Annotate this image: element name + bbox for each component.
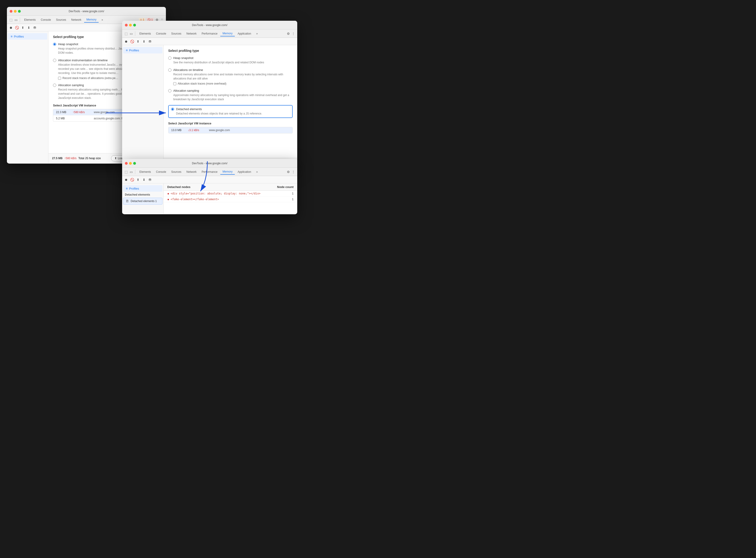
- minimize-button-2[interactable]: [129, 24, 132, 26]
- title-bar-3: DevTools - www.google.com/: [122, 159, 297, 168]
- maximize-button-2[interactable]: [133, 24, 136, 26]
- record-icon-2[interactable]: ⏺: [124, 40, 128, 44]
- tab-console-1[interactable]: Console: [39, 17, 53, 22]
- tab-performance-2[interactable]: Performance: [199, 31, 220, 36]
- sidebar-item-profiles-1[interactable]: ≡ Profiles: [8, 33, 47, 40]
- record-icon-3[interactable]: ⏺: [124, 178, 128, 182]
- profile-list-item-1[interactable]: 🖹 Detached elements 1: [123, 198, 162, 205]
- upload-icon-1[interactable]: ⬆: [21, 26, 25, 30]
- collect-icon-2[interactable]: ⛃: [148, 40, 152, 44]
- tab-memory-1[interactable]: Memory: [84, 17, 99, 23]
- clear-icon-1[interactable]: 🚫: [15, 26, 19, 30]
- main-content-3: ≡ Profiles Detached elements 🖹 Detached …: [122, 183, 297, 214]
- tab-elements-1[interactable]: Elements: [22, 17, 38, 22]
- download-icon-2[interactable]: ⬇: [142, 40, 146, 44]
- dot-icon-1: ●: [167, 192, 169, 195]
- close-button-3[interactable]: [125, 162, 128, 165]
- alloc-checkbox-row-2: Allocation stack traces (more overhead): [173, 82, 293, 85]
- stack-traces-checkbox-1[interactable]: [58, 77, 61, 80]
- alloc-sampling-radio-1[interactable]: [53, 84, 56, 87]
- alloc-timeline-label-2[interactable]: Allocations on timeline: [168, 68, 293, 72]
- download-icon-3[interactable]: ⬇: [142, 178, 146, 182]
- heap-radio-1[interactable]: [53, 43, 56, 46]
- upload-icon-2[interactable]: ⬆: [136, 40, 140, 44]
- stack-traces-label-2: Allocation stack traces (more overhead): [178, 82, 226, 85]
- alloc-timeline-radio-2[interactable]: [168, 69, 171, 72]
- tabs-1: Elements Console Sources Network Memory …: [22, 17, 138, 23]
- tab-console-3[interactable]: Console: [154, 169, 169, 174]
- heap-radio-2[interactable]: [168, 56, 171, 60]
- detached-radio-2[interactable]: [171, 108, 174, 111]
- vm-row-2-1[interactable]: 13.0 MB ↓3.1 kB/s www.google.com: [169, 127, 293, 133]
- detached-panel: Detached nodes Node count ● <div style="…: [163, 183, 297, 214]
- vm-size-2-1: 13.0 MB: [171, 129, 185, 132]
- device-icon-2[interactable]: ▭: [129, 31, 133, 36]
- sidebar-1: ≡ Profiles: [7, 31, 48, 163]
- window-title-3: DevTools - www.google.com/: [192, 162, 227, 165]
- upload-icon-3[interactable]: ⬆: [136, 178, 140, 182]
- tab-elements-3[interactable]: Elements: [137, 169, 153, 174]
- sidebar-2: ≡ Profiles: [122, 45, 163, 168]
- stack-traces-label-1: Record stack traces of allocations (extr…: [62, 76, 118, 80]
- tab-sources-1[interactable]: Sources: [54, 17, 69, 22]
- tab-more-3[interactable]: »: [254, 169, 260, 174]
- alloc-sampling-radio-2[interactable]: [168, 89, 171, 93]
- sidebar-item-profiles-3[interactable]: ≡ Profiles: [123, 185, 162, 192]
- inspect-icon-2[interactable]: ⬚: [124, 31, 128, 36]
- node-count-2: 1: [292, 198, 294, 201]
- detached-header: Detached nodes Node count: [163, 183, 297, 191]
- tab-more-1[interactable]: »: [99, 17, 105, 22]
- close-button[interactable]: [10, 10, 12, 13]
- more-icon-3[interactable]: ⋮: [291, 170, 295, 174]
- detached-desc-2: Detached elements shows objects that are…: [176, 111, 290, 116]
- sidebar-item-profiles-2[interactable]: ≡ Profiles: [123, 47, 162, 53]
- tab-application-3[interactable]: Application: [235, 169, 253, 174]
- tab-console-2[interactable]: Console: [154, 31, 169, 36]
- download-icon-1[interactable]: ⬇: [27, 26, 31, 30]
- alloc-sampling-label-2[interactable]: Allocation sampling: [168, 89, 293, 93]
- vm-table-2: 13.0 MB ↓3.1 kB/s www.google.com: [168, 127, 293, 133]
- alloc-timeline-radio-1[interactable]: [53, 59, 56, 62]
- minimize-button-3[interactable]: [129, 162, 132, 165]
- main-content-2: ≡ Profiles Select profiling type Heap sn…: [122, 45, 297, 168]
- device-icon-3[interactable]: ▭: [129, 170, 133, 174]
- section-label-3: Detached elements: [122, 192, 163, 197]
- minimize-button[interactable]: [14, 10, 17, 13]
- detached-label-2[interactable]: Detached elements: [171, 107, 290, 111]
- toolbar-right-2: ⚙ ⋮: [286, 31, 295, 36]
- secondary-toolbar-3: ⏺ 🚫 ⬆ ⬇ ⛃: [122, 176, 297, 183]
- tab-application-2[interactable]: Application: [235, 31, 253, 36]
- detached-option-2: Detached elements Detached elements show…: [168, 105, 293, 118]
- clear-icon-2[interactable]: 🚫: [130, 40, 134, 44]
- tab-performance-3[interactable]: Performance: [199, 169, 220, 174]
- detached-row-2: ● <fake-element></fake-element> 1: [163, 197, 297, 202]
- inspect-icon[interactable]: ⬚: [9, 18, 13, 22]
- maximize-button-3[interactable]: [133, 162, 136, 165]
- tab-more-2[interactable]: »: [254, 31, 260, 36]
- inspect-icon-3[interactable]: ⬚: [124, 170, 128, 174]
- tab-sources-3[interactable]: Sources: [169, 169, 184, 174]
- heap-label-2[interactable]: Heap snapshot: [168, 56, 293, 60]
- dot-icon-2: ●: [167, 198, 169, 201]
- tab-sources-2[interactable]: Sources: [169, 31, 184, 36]
- maximize-button[interactable]: [18, 10, 21, 13]
- tab-network-1[interactable]: Network: [69, 17, 84, 22]
- stack-traces-checkbox-2[interactable]: [173, 82, 176, 85]
- tab-network-2[interactable]: Network: [184, 31, 199, 36]
- vm-url-2-1: www.google.com: [209, 129, 289, 132]
- settings-icon-2[interactable]: ⚙: [286, 31, 290, 36]
- tab-elements-2[interactable]: Elements: [137, 31, 153, 36]
- settings-icon-3[interactable]: ⚙: [286, 170, 290, 174]
- tab-bar-2: ⬚ ▭ Elements Console Sources Network Per…: [122, 29, 297, 38]
- clear-icon-3[interactable]: 🚫: [130, 178, 134, 182]
- record-icon-1[interactable]: ⏺: [9, 26, 13, 30]
- vm-size-1-2: 5.2 MB: [56, 117, 70, 120]
- tab-memory-2[interactable]: Memory: [220, 31, 235, 36]
- close-button-2[interactable]: [125, 24, 128, 26]
- tab-network-3[interactable]: Network: [184, 169, 199, 174]
- collect-icon-1[interactable]: ⛃: [33, 26, 37, 30]
- tab-memory-3[interactable]: Memory: [220, 169, 235, 175]
- device-icon[interactable]: ▭: [14, 18, 18, 22]
- more-icon-2[interactable]: ⋮: [291, 31, 295, 36]
- collect-icon-3[interactable]: ⛃: [148, 178, 152, 182]
